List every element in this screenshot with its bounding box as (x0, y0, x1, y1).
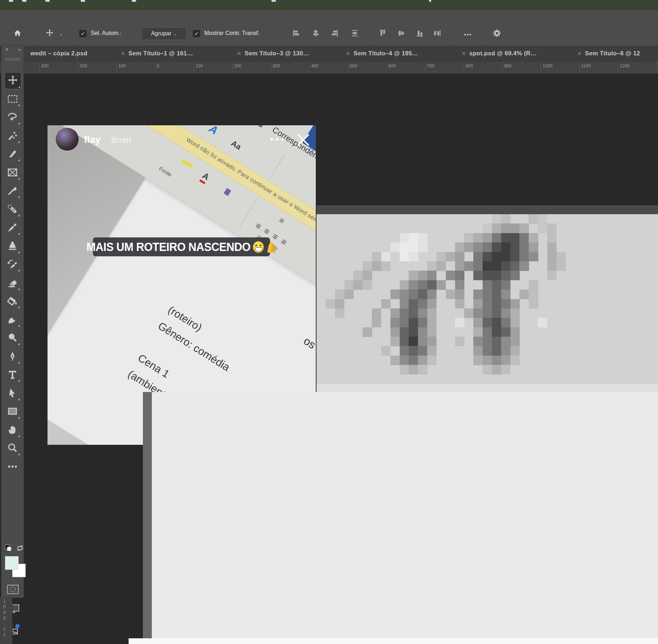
ruler-minor-tick (70, 70, 70, 74)
mosaic-cell (483, 233, 492, 243)
mosaic-cell (501, 356, 510, 365)
tool-preset-chevron[interactable]: ⌄ (59, 31, 63, 36)
move-tool[interactable] (4, 72, 21, 89)
marquee-tool[interactable] (4, 91, 21, 107)
show-transform-controls-checkbox[interactable]: ✓ (193, 30, 200, 37)
panel-close-icon[interactable]: ✕ (5, 47, 9, 52)
align-bottom-edges-icon[interactable] (415, 29, 424, 38)
mosaic-cell (409, 365, 418, 374)
mosaic-cell (501, 280, 510, 290)
frame-tool[interactable] (4, 164, 21, 181)
ruler-minor-tick (255, 70, 256, 74)
quick-mask-icon[interactable] (7, 585, 19, 595)
eraser-tool[interactable] (4, 275, 21, 291)
document-tab-5[interactable]: ✕spot.psd @ 69.4% (R… (457, 46, 573, 61)
mosaic-cell (483, 223, 492, 233)
story-caption-sticker[interactable]: MAIS UM ROTEIRO NASCENDO (93, 237, 270, 256)
smudge-tool[interactable] (4, 311, 21, 328)
document-tab-6[interactable]: ✕Sem Título–6 @ 12 (573, 46, 658, 61)
background-window-titleband (316, 205, 658, 214)
folded-hands-emoji (266, 241, 276, 253)
magic-wand-tool[interactable] (4, 127, 21, 144)
hand-tool[interactable] (4, 422, 21, 438)
mosaic-cell (363, 271, 372, 280)
mosaic-cell (409, 299, 418, 309)
ruler-tick (232, 61, 233, 74)
mosaic-cell (529, 214, 538, 224)
distribute-horizontal-centers-icon[interactable] (432, 29, 442, 38)
move-tool-icon[interactable] (45, 29, 54, 38)
align-left-edges-icon[interactable] (292, 29, 301, 38)
tab-close-icon[interactable]: ✕ (346, 50, 350, 57)
tab-close-icon[interactable]: ✕ (462, 50, 466, 57)
menu-text-fragment (132, 0, 136, 2)
ruler-label: 200 (234, 64, 241, 69)
document-tab-1[interactable]: wedit – cópia 2.psd (24, 46, 124, 61)
brush-tool[interactable] (4, 219, 21, 236)
mosaic-cell (372, 261, 381, 271)
vertical-ruler[interactable]: 100011 (0, 597, 13, 644)
mosaic-cell (492, 337, 501, 346)
gear-icon[interactable] (492, 29, 502, 38)
distribute-vertical-centers-icon[interactable] (350, 29, 359, 38)
align-top-edges-icon[interactable] (378, 29, 387, 38)
history-brush-tool[interactable] (4, 256, 21, 272)
eyedropper-tool[interactable] (4, 182, 21, 199)
mosaic-cell (418, 308, 427, 318)
close-icon[interactable] (295, 132, 311, 148)
healing-brush-tool[interactable] (4, 201, 21, 217)
crop-tool[interactable] (4, 146, 21, 162)
pen-tool[interactable] (4, 348, 21, 364)
tab-close-icon[interactable]: ✕ (121, 50, 125, 57)
ruler-minor-tick (147, 70, 148, 74)
panel-grip[interactable] (5, 58, 20, 61)
type-tool[interactable] (4, 366, 21, 383)
document-tab-4[interactable]: ✕Sem Título–4 @ 195… (341, 46, 458, 61)
tab-close-icon[interactable]: ✕ (237, 50, 241, 57)
story-username[interactable]: flay (84, 134, 101, 145)
mosaic-cell (473, 346, 483, 356)
more-options-icon[interactable] (463, 30, 472, 39)
foreground-color-swatch[interactable] (5, 556, 19, 570)
default-colors-icon[interactable] (4, 544, 12, 552)
ruler-label: 300 (273, 64, 280, 69)
align-vertical-centers-icon[interactable] (397, 29, 406, 38)
mosaic-cell (483, 308, 492, 318)
mosaic-cell (400, 280, 409, 290)
tab-close-icon[interactable]: ✕ (577, 50, 582, 57)
dodge-tool[interactable] (4, 329, 21, 346)
story-more-icon[interactable] (270, 138, 286, 141)
mosaic-cell (427, 346, 437, 356)
mosaic-cell (483, 290, 492, 299)
mosaic-cell (510, 327, 520, 337)
home-icon[interactable] (13, 29, 22, 38)
auto-select-checkbox[interactable]: ✓ (79, 30, 86, 37)
mosaic-cell (483, 242, 492, 252)
zoom-tool[interactable] (4, 440, 21, 456)
rectangle-tool[interactable] (4, 403, 21, 419)
mosaic-cell (427, 280, 437, 290)
mosaic-cell (400, 318, 409, 327)
avatar[interactable] (56, 128, 79, 151)
mosaic-cell (418, 365, 427, 374)
path-select-tool[interactable] (4, 385, 21, 401)
document-tab-3[interactable]: ✕Sem Título–3 @ 130… (232, 46, 342, 61)
mosaic-cell (501, 223, 510, 233)
swap-colors-icon[interactable] (16, 543, 24, 552)
lasso-tool[interactable] (4, 109, 21, 125)
ruler-minor-tick (603, 70, 603, 74)
ruler-minor-tick (472, 70, 472, 74)
paint-bucket-tool[interactable] (4, 293, 21, 309)
panel-collapse-icon[interactable]: » (18, 47, 20, 52)
horizontal-ruler[interactable]: 3002001000100200300400500600700800900100… (0, 61, 658, 74)
toolbar-ellipsis[interactable] (4, 458, 21, 475)
document-tab-2[interactable]: ✕Sem Título–1 @ 161… (116, 46, 233, 61)
mosaic-cell (501, 214, 510, 224)
mosaic-cell (492, 223, 501, 233)
clone-stamp-tool[interactable] (4, 238, 21, 254)
ruler-minor-tick (47, 70, 48, 74)
mosaic-cell (409, 308, 418, 318)
align-right-edges-icon[interactable] (330, 29, 339, 38)
align-horizontal-centers-icon[interactable] (311, 29, 320, 38)
auto-select-mode-dropdown[interactable]: Agrupar⌄ (141, 27, 187, 40)
